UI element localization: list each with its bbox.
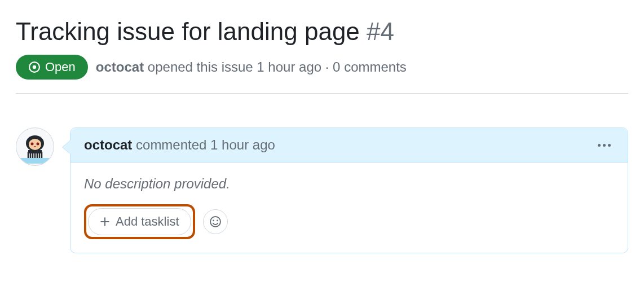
- octocat-avatar-icon: [18, 130, 52, 164]
- svg-rect-8: [28, 150, 42, 153]
- plus-icon: [100, 217, 110, 227]
- timeline: octocat commented 1 hour ago No descript…: [16, 127, 628, 253]
- svg-point-1: [33, 65, 36, 69]
- svg-point-5: [31, 143, 34, 146]
- avatar[interactable]: [16, 127, 54, 166]
- comment-author-link[interactable]: octocat: [84, 137, 132, 152]
- add-tasklist-button[interactable]: Add tasklist: [88, 208, 191, 235]
- svg-point-6: [37, 143, 39, 146]
- svg-point-12: [217, 220, 218, 222]
- issue-open-icon: [28, 61, 41, 73]
- smiley-icon: [209, 215, 222, 228]
- issue-meta-row: Open octocat opened this issue 1 hour ag…: [16, 55, 628, 94]
- kebab-menu-icon[interactable]: [594, 140, 614, 150]
- issue-meta-text: octocat opened this issue 1 hour ago · 0…: [96, 59, 407, 75]
- svg-point-7: [34, 146, 36, 147]
- comment-box: octocat commented 1 hour ago No descript…: [70, 127, 628, 253]
- comment-time[interactable]: 1 hour ago: [210, 137, 275, 152]
- comments-count: 0 comments: [333, 59, 407, 74]
- issue-author-link[interactable]: octocat: [96, 59, 144, 74]
- svg-point-10: [210, 217, 220, 227]
- no-description-text: No description provided.: [84, 176, 614, 192]
- comment-header-text: octocat commented 1 hour ago: [84, 137, 275, 153]
- comment-action-row: Add tasklist: [84, 204, 614, 239]
- add-tasklist-label: Add tasklist: [116, 214, 179, 229]
- issue-title-text: Tracking issue for landing page: [16, 17, 360, 45]
- issue-number: #4: [367, 17, 394, 45]
- issue-opened-time[interactable]: 1 hour ago: [257, 59, 321, 74]
- svg-point-11: [213, 220, 214, 222]
- add-reaction-button[interactable]: [203, 209, 228, 234]
- comment-header: octocat commented 1 hour ago: [70, 128, 628, 162]
- comment-body: No description provided. Add tasklist: [70, 162, 628, 253]
- status-label: Open: [45, 60, 76, 74]
- issue-title: Tracking issue for landing page #4: [16, 16, 628, 47]
- svg-rect-9: [18, 158, 52, 164]
- highlight-annotation: Add tasklist: [84, 204, 195, 239]
- status-badge-open: Open: [16, 55, 88, 80]
- svg-point-4: [29, 139, 41, 150]
